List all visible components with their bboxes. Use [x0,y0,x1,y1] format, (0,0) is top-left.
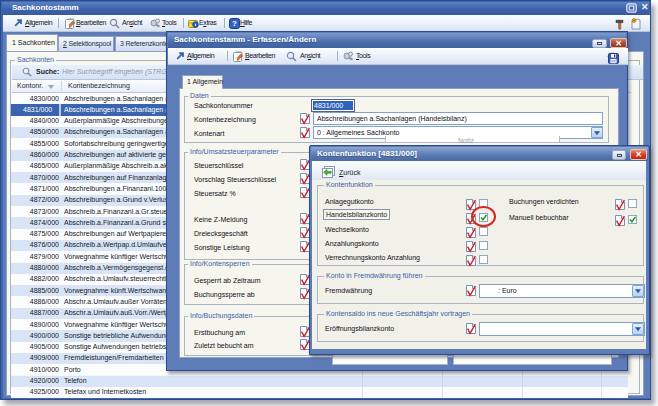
svg-text:?: ? [232,19,237,28]
